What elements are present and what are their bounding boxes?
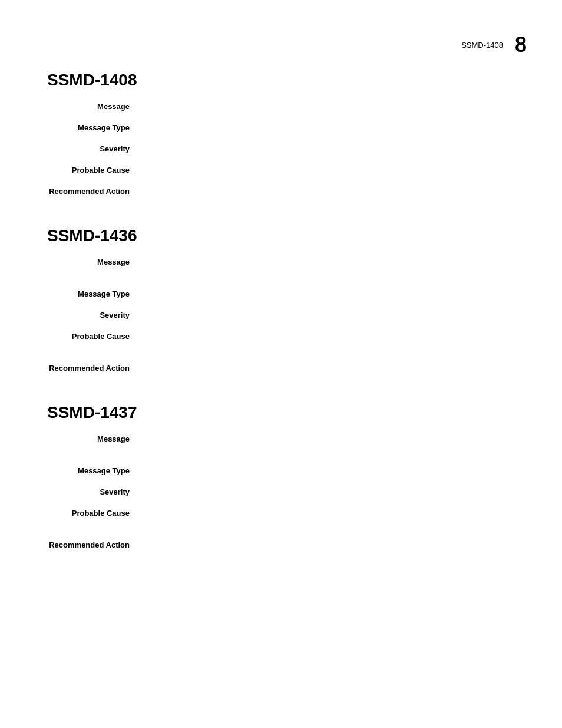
field-row-ssmd-1436-1: Message Type <box>47 289 527 305</box>
field-row-ssmd-1436-0: Message <box>47 257 527 274</box>
field-value-ssmd-1408-3 <box>141 165 527 182</box>
field-label-ssmd-1437-2: Severity <box>47 487 141 503</box>
field-row-ssmd-1408-3: Probable Cause <box>47 165 527 182</box>
section-title-ssmd-1436: SSMD-1436 <box>47 226 527 245</box>
field-label-ssmd-1408-1: Message Type <box>47 123 141 139</box>
field-value-ssmd-1437-4 <box>141 540 527 556</box>
section-ssmd-1437: SSMD-1437MessageMessage TypeSeverityProb… <box>47 403 527 556</box>
field-row-ssmd-1436-2: Severity <box>47 310 527 327</box>
field-value-ssmd-1436-4 <box>141 363 527 380</box>
field-value-ssmd-1436-1 <box>141 289 527 305</box>
field-value-ssmd-1437-1 <box>141 466 527 482</box>
field-value-ssmd-1437-2 <box>141 487 527 503</box>
header-page-number: 8 <box>515 32 527 57</box>
field-row-ssmd-1436-3: Probable Cause <box>47 331 527 348</box>
field-row-ssmd-1408-2: Severity <box>47 144 527 160</box>
field-value-ssmd-1408-0 <box>141 101 527 118</box>
section-title-ssmd-1408: SSMD-1408 <box>47 71 527 90</box>
field-label-ssmd-1436-0: Message <box>47 257 141 274</box>
field-row-ssmd-1436-4: Recommended Action <box>47 363 527 380</box>
section-ssmd-1436: SSMD-1436MessageMessage TypeSeverityProb… <box>47 226 527 380</box>
page-header: SSMD-1408 8 <box>461 32 527 57</box>
field-row-ssmd-1437-1: Message Type <box>47 466 527 482</box>
field-value-ssmd-1408-1 <box>141 123 527 139</box>
field-label-ssmd-1437-3: Probable Cause <box>47 508 141 525</box>
field-label-ssmd-1437-0: Message <box>47 434 141 450</box>
field-value-ssmd-1437-3 <box>141 508 527 525</box>
field-row-ssmd-1437-3: Probable Cause <box>47 508 527 525</box>
field-row-ssmd-1437-4: Recommended Action <box>47 540 527 556</box>
field-value-ssmd-1436-3 <box>141 331 527 348</box>
field-label-ssmd-1408-2: Severity <box>47 144 141 160</box>
field-label-ssmd-1436-4: Recommended Action <box>47 363 141 380</box>
field-row-ssmd-1437-0: Message <box>47 434 527 450</box>
field-label-ssmd-1436-2: Severity <box>47 310 141 327</box>
field-label-ssmd-1408-4: Recommended Action <box>47 186 141 203</box>
field-label-ssmd-1436-1: Message Type <box>47 289 141 305</box>
field-label-ssmd-1437-1: Message Type <box>47 466 141 482</box>
field-value-ssmd-1436-0 <box>141 257 527 274</box>
field-label-ssmd-1408-0: Message <box>47 101 141 118</box>
field-value-ssmd-1437-0 <box>141 434 527 450</box>
field-label-ssmd-1436-3: Probable Cause <box>47 331 141 348</box>
field-row-ssmd-1437-2: Severity <box>47 487 527 503</box>
section-ssmd-1408: SSMD-1408MessageMessage TypeSeverityProb… <box>47 71 527 203</box>
section-title-ssmd-1437: SSMD-1437 <box>47 403 527 422</box>
field-row-ssmd-1408-4: Recommended Action <box>47 186 527 203</box>
field-row-ssmd-1408-1: Message Type <box>47 123 527 139</box>
field-value-ssmd-1436-2 <box>141 310 527 327</box>
field-value-ssmd-1408-2 <box>141 144 527 160</box>
header-title: SSMD-1408 <box>461 41 503 50</box>
field-row-ssmd-1408-0: Message <box>47 101 527 118</box>
field-label-ssmd-1408-3: Probable Cause <box>47 165 141 182</box>
field-value-ssmd-1408-4 <box>141 186 527 203</box>
field-label-ssmd-1437-4: Recommended Action <box>47 540 141 556</box>
page-content: SSMD-1408MessageMessage TypeSeverityProb… <box>0 0 562 615</box>
